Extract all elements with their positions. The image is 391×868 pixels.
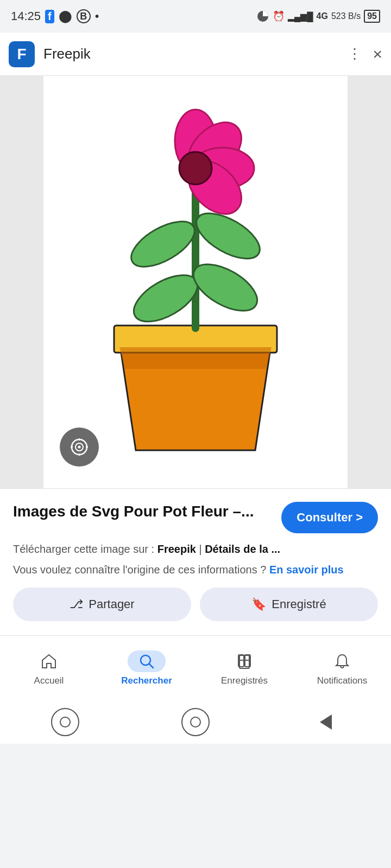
nav-label-accueil: Accueil [34,675,64,686]
home-icon [38,650,60,672]
b-icon: B [77,9,91,23]
wifi-icon: ⬤ [59,9,72,23]
info-source: Télécharger cette image sur : Freepik | … [13,541,378,557]
nav-item-rechercher[interactable]: Rechercher [98,650,195,686]
browser-actions: ⋮ × [348,45,382,63]
svg-point-13 [179,152,212,184]
nav-item-notifications[interactable]: Notifications [293,650,391,686]
share-icon: ⎇ [70,597,83,611]
status-right-area: ⏰ ▂▄▆█ 4G 523 B/s 95 [256,10,380,23]
main-content: Images de Svg Pour Pot Fleur –... Consul… [0,76,391,635]
consulter-button[interactable]: Consulter > [281,502,378,533]
bookmark-icon: 🔖 [251,597,266,611]
dot-icon: • [95,9,99,23]
nav-label-rechercher: Rechercher [121,675,172,686]
nav-label-notifications: Notifications [317,675,368,686]
flower-image [81,98,310,467]
network-speed: 523 B/s [331,11,361,21]
svg-marker-3 [119,347,272,369]
browser-chrome: F Freepik ⋮ × [0,33,391,76]
browser-title: Freepik [43,46,339,62]
system-back-button[interactable] [312,708,340,736]
signal-icon: ▂▄▆█ [288,11,313,22]
save-button[interactable]: 🔖 Enregistré [200,588,378,621]
svg-point-7 [124,213,202,276]
alarm-icon: ⏰ [273,10,285,22]
info-header: Images de Svg Pour Pot Fleur –... Consul… [13,502,378,533]
share-button[interactable]: ⎇ Partager [13,588,191,621]
svg-line-22 [149,663,154,668]
status-time-area: 14:25 f ⬤ B • [11,9,99,23]
bell-icon [331,650,353,672]
camera-lens-button[interactable] [60,427,99,467]
nav-item-enregistres[interactable]: Enregistrés [195,650,293,686]
search-icon [128,650,166,672]
system-recents-button[interactable] [181,708,210,736]
status-time: 14:25 [11,9,41,23]
status-bar: 14:25 f ⬤ B • ⏰ ▂▄▆█ 4G 523 B/s 95 [0,0,391,33]
facebook-icon: f [45,10,54,23]
image-panel [43,76,348,488]
nav-label-enregistres: Enregistrés [221,675,268,686]
nav-item-accueil[interactable]: Accueil [0,650,98,686]
browser-menu-button[interactable]: ⋮ [348,46,362,62]
system-home-button[interactable] [51,708,79,736]
network-type: 4G [317,11,328,21]
source-detail: Détails de la ... [205,543,280,555]
en-savoir-plus-link[interactable]: En savoir plus [269,564,344,576]
data-icon [256,10,269,23]
browser-close-button[interactable]: × [373,45,382,63]
system-nav [0,700,391,744]
battery-icon: 95 [364,10,380,23]
action-buttons: ⎇ Partager 🔖 Enregistré [13,588,378,621]
source-name: Freepik [157,543,196,555]
info-title: Images de Svg Pour Pot Fleur –... [13,502,281,521]
info-question: Vous voulez connaître l'origine de ces i… [13,561,378,578]
info-panel: Images de Svg Pour Pot Fleur –... Consul… [0,488,391,635]
bottom-nav: Accueil Rechercher Enregistrés [0,635,391,700]
bookmark-nav-icon [234,650,255,672]
svg-point-16 [78,446,81,449]
browser-favicon: F [9,41,35,67]
camera-lens-icon [68,436,90,458]
